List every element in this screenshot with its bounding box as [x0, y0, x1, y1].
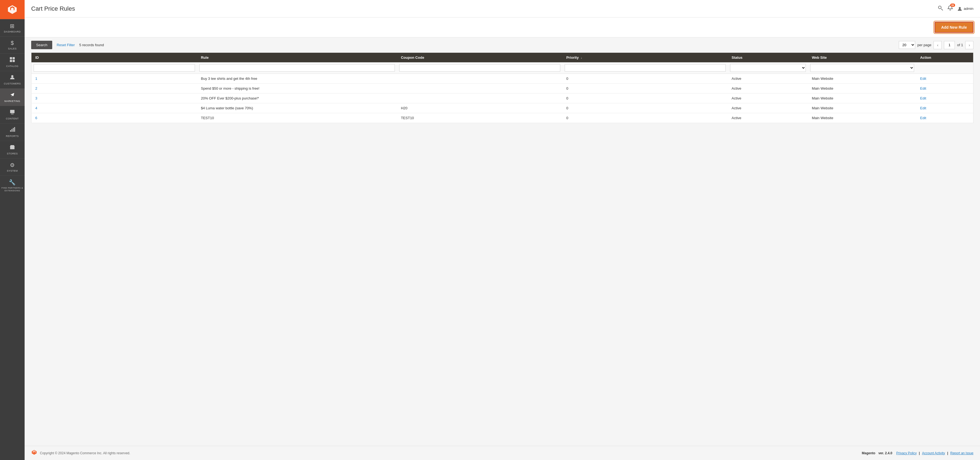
privacy-policy-link[interactable]: Privacy Policy — [896, 451, 917, 455]
per-page-select[interactable]: 20 30 50 100 — [899, 41, 915, 49]
footer-logo — [31, 449, 37, 457]
next-page-button[interactable]: › — [965, 41, 974, 49]
sidebar-item-marketing-label: Marketing — [5, 100, 20, 103]
page-title: Cart Price Rules — [31, 5, 75, 12]
add-new-rule-button[interactable]: Add New Rule — [935, 22, 974, 33]
svg-rect-6 — [11, 114, 14, 114]
sidebar-item-reports[interactable]: Reports — [0, 123, 25, 141]
svg-point-12 — [939, 6, 941, 9]
per-page-label: per page — [917, 43, 931, 47]
filter-priority-input[interactable] — [565, 64, 726, 71]
cell-website-2: Main Website — [808, 94, 916, 103]
stores-icon — [10, 144, 15, 151]
cell-id-1: 2 — [32, 84, 197, 94]
system-icon: ⚙ — [10, 162, 15, 168]
page-input[interactable] — [944, 41, 955, 49]
cell-action-2: Edit — [916, 94, 974, 103]
sidebar-item-content[interactable]: Content — [0, 106, 25, 123]
sidebar-item-catalog-label: Catalog — [6, 65, 18, 68]
report-issue-link[interactable]: Report an Issue — [950, 451, 974, 455]
edit-link-1[interactable]: Edit — [920, 86, 926, 90]
id-link-1[interactable]: 2 — [35, 86, 37, 90]
sidebar-item-find-partners[interactable]: 🔧 Find Partners & Extensions — [0, 176, 25, 195]
filter-coupon-input[interactable] — [399, 64, 560, 71]
cell-coupon-0 — [397, 74, 562, 84]
notifications-icon[interactable]: 39 — [947, 5, 953, 12]
svg-rect-9 — [13, 128, 14, 132]
cell-coupon-1 — [397, 84, 562, 94]
reset-filter-link[interactable]: Reset Filter — [57, 43, 75, 47]
col-header-status[interactable]: Status — [728, 53, 808, 63]
filter-id — [32, 62, 197, 74]
cell-id-2: 3 — [32, 94, 197, 103]
col-header-priority[interactable]: Priority ↓ — [562, 53, 728, 63]
svg-rect-11 — [10, 147, 14, 149]
filter-website-select[interactable]: Main Website — [810, 64, 914, 72]
find-partners-icon: 🔧 — [9, 179, 16, 186]
id-link-0[interactable]: 1 — [35, 76, 37, 81]
sidebar-item-stores[interactable]: Stores — [0, 141, 25, 158]
cell-website-1: Main Website — [808, 84, 916, 94]
svg-rect-0 — [10, 57, 12, 59]
cell-priority-0: 0 — [562, 74, 728, 84]
cell-coupon-2 — [397, 94, 562, 103]
filter-action — [916, 62, 974, 74]
cell-id-3: 4 — [32, 103, 197, 113]
filter-coupon — [397, 62, 562, 74]
filter-id-input[interactable] — [33, 64, 195, 71]
prev-page-button[interactable]: ‹ — [934, 41, 942, 49]
sidebar-item-dashboard-label: Dashboard — [4, 30, 21, 33]
id-link-2[interactable]: 3 — [35, 96, 37, 100]
catalog-icon — [10, 57, 15, 64]
filter-website: Main Website — [808, 62, 916, 74]
svg-rect-5 — [10, 110, 14, 113]
edit-link-4[interactable]: Edit — [920, 116, 926, 120]
col-header-coupon-code[interactable]: Coupon Code — [397, 53, 562, 63]
sidebar-item-customers[interactable]: Customers — [0, 71, 25, 88]
sidebar-item-customers-label: Customers — [4, 82, 21, 85]
footer: Copyright © 2024 Magento Commerce Inc. A… — [25, 446, 980, 460]
sidebar-item-catalog[interactable]: Catalog — [0, 53, 25, 71]
sidebar-item-dashboard[interactable]: ⊞ Dashboard — [0, 19, 25, 36]
filter-priority — [562, 62, 728, 74]
search-button[interactable]: Search — [31, 41, 52, 49]
col-header-website[interactable]: Web Site — [808, 53, 916, 63]
admin-user[interactable]: admin — [957, 6, 974, 11]
filter-rule-input[interactable] — [199, 64, 395, 71]
cell-rule-2: 20% OFF Ever $200-plus purchase!* — [197, 94, 397, 103]
sidebar-item-marketing[interactable]: Marketing — [0, 88, 25, 106]
table-body: 1 Buy 3 tee shirts and get the 4th free … — [32, 74, 974, 123]
svg-point-4 — [11, 75, 13, 77]
sidebar-item-content-label: Content — [6, 117, 19, 120]
sidebar-item-system[interactable]: ⚙ System — [0, 158, 25, 176]
account-activity-link[interactable]: Account Activity — [922, 451, 945, 455]
sort-indicator-priority: ↓ — [581, 56, 582, 59]
svg-rect-1 — [13, 57, 15, 59]
sidebar-item-find-partners-label: Find Partners & Extensions — [2, 187, 23, 192]
marketing-icon — [10, 92, 15, 99]
svg-line-13 — [941, 9, 943, 10]
cell-rule-4: TEST10 — [197, 113, 397, 123]
sidebar-item-stores-label: Stores — [7, 152, 18, 155]
filter-rule — [197, 62, 397, 74]
customers-icon — [10, 75, 15, 81]
col-header-id[interactable]: ID — [32, 53, 197, 63]
edit-link-2[interactable]: Edit — [920, 96, 926, 100]
page-of: of 1 — [957, 43, 963, 47]
cell-status-2: Active — [728, 94, 808, 103]
filter-row: ActiveInactive Main Website — [32, 62, 974, 74]
edit-link-3[interactable]: Edit — [920, 106, 926, 110]
id-link-4[interactable]: 6 — [35, 116, 37, 120]
footer-right: Magento ver. 2.4.0 Privacy Policy | Acco… — [862, 451, 974, 455]
filter-status-select[interactable]: ActiveInactive — [730, 64, 806, 72]
id-link-3[interactable]: 4 — [35, 106, 37, 110]
search-icon[interactable] — [938, 5, 943, 12]
table-row: 3 20% OFF Ever $200-plus purchase!* 0 Ac… — [32, 94, 974, 103]
edit-link-0[interactable]: Edit — [920, 76, 926, 81]
footer-sep-2: | — [947, 451, 948, 455]
footer-version: ver. 2.4.0 — [878, 451, 892, 455]
svg-rect-10 — [14, 127, 15, 132]
sidebar-item-sales[interactable]: $ Sales — [0, 36, 25, 53]
dashboard-icon: ⊞ — [10, 23, 15, 29]
col-header-rule[interactable]: Rule — [197, 53, 397, 63]
